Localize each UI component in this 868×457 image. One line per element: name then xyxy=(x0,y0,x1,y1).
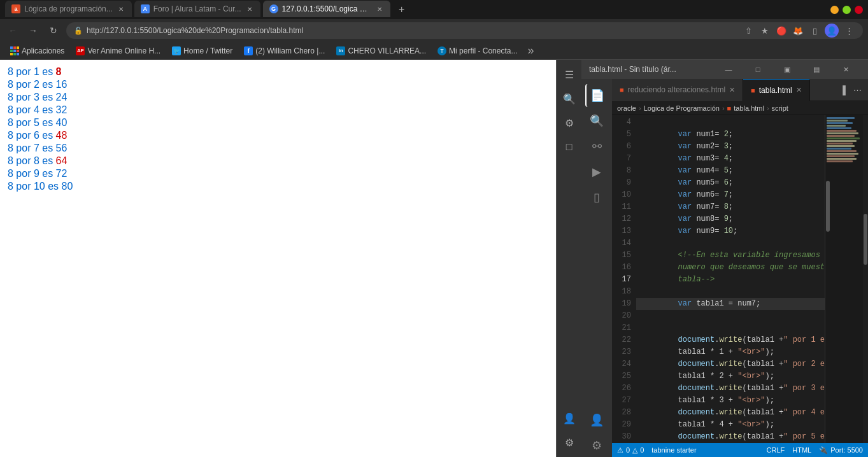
forward-button[interactable]: → xyxy=(25,23,41,38)
extension-icon-orange[interactable]: 🦊 xyxy=(792,24,804,37)
line-7-result: 56 xyxy=(56,143,68,153)
vscode-tab-close-reducing[interactable]: ✕ xyxy=(729,86,735,94)
vscode-tab-close-tabla[interactable]: ✕ xyxy=(796,86,802,94)
account-icon[interactable]: 👤 xyxy=(825,24,839,38)
vscode-layout[interactable]: ▤ xyxy=(802,60,831,79)
share-icon[interactable]: ⇧ xyxy=(742,24,755,37)
bookmark-twitter[interactable]: 🐦 Home / Twitter xyxy=(167,45,238,57)
ln-28: 28 xyxy=(622,407,631,419)
line-4-text: 8 por 4 es xyxy=(8,104,56,115)
zoom-icon[interactable]: 🔍 xyxy=(560,89,579,108)
ln-17: 17 xyxy=(622,274,631,286)
window-minimize[interactable] xyxy=(830,6,839,14)
line-5-result: 40 xyxy=(56,117,68,128)
vscode-close[interactable]: ✕ xyxy=(831,60,860,79)
code-line-9: var num5= 6; xyxy=(636,177,825,189)
status-crlf[interactable]: CRLF xyxy=(767,446,785,454)
extension-puzzle-icon[interactable]: ▯ xyxy=(808,24,821,37)
anime-favicon: AF xyxy=(76,46,85,55)
tab-list: a Lógica de programación... ✕ A Foro | A… xyxy=(5,1,823,18)
code-line-20b: tabla1 * 1 + "<br>"); xyxy=(636,346,825,358)
activity-explorer[interactable]: 📄 xyxy=(585,84,608,107)
code-line-24: document.write(tabla1 +" por 5 es " + xyxy=(636,431,825,443)
tab-close-3[interactable]: ✕ xyxy=(375,4,384,13)
bookmark-profile[interactable]: T Mi perfil - Conecta... xyxy=(432,45,522,57)
vscode-tab-reducing[interactable]: ■ reduciendo alteraciones.html ✕ xyxy=(612,79,743,101)
collections-icon[interactable]: □ xyxy=(560,137,579,157)
line-4: 8 por 4 es 32 xyxy=(8,104,548,116)
code-line-22b: tabla1 * 3 + "<br>"); xyxy=(636,395,825,407)
vscode-minimize[interactable]: — xyxy=(714,60,743,79)
tabnine-label: tabnine starter xyxy=(651,446,696,454)
more-actions-icon[interactable]: ⋯ xyxy=(851,84,864,96)
new-tab-button[interactable]: + xyxy=(393,1,411,18)
activity-git[interactable]: ⚯ xyxy=(585,135,608,158)
activity-search[interactable]: 🔍 xyxy=(585,109,608,132)
minimap-scrollbar[interactable] xyxy=(826,181,830,232)
browser-rendered-page: 8 por 1 es 8 8 por 2 es 16 8 por 3 es 24… xyxy=(0,60,556,457)
language-label: HTML xyxy=(792,446,811,454)
line-8-text: 8 por 8 es xyxy=(8,155,56,166)
error-icon: ⚠ xyxy=(617,446,623,454)
vscode-tabs: ■ reduciendo alteraciones.html ✕ ■ tabla… xyxy=(612,79,868,101)
line-7-text: 8 por 7 es xyxy=(8,143,56,153)
scrollbar[interactable] xyxy=(863,115,868,443)
status-language[interactable]: HTML xyxy=(792,446,811,454)
line-9-text: 8 por 9 es xyxy=(8,168,56,179)
status-port[interactable]: 🔌 Port: 5500 xyxy=(819,446,863,454)
tab-logica[interactable]: a Lógica de programación... ✕ xyxy=(5,1,132,17)
screenshot-icon[interactable]: ⚙ xyxy=(560,113,579,132)
settings-sidebar-icon[interactable]: ⚙ xyxy=(560,433,579,452)
vscode-window: tabla.html - Sin título (ár... — □ ▣ ▤ ✕… xyxy=(581,60,868,457)
status-errors[interactable]: ⚠ 0 △ 0 xyxy=(617,446,644,454)
back-button[interactable]: ← xyxy=(5,23,20,38)
bookmark-star-icon[interactable]: ★ xyxy=(758,24,771,37)
code-line-14 xyxy=(636,237,825,250)
ln-7: 7 xyxy=(627,153,631,165)
tab-favicon-1: a xyxy=(11,4,20,13)
bookmark-twitter-label: Home / Twitter xyxy=(183,46,232,55)
activity-debug[interactable]: ▶ xyxy=(585,160,608,183)
tab-close-1[interactable]: ✕ xyxy=(117,4,125,13)
minimap xyxy=(825,115,863,443)
line-3: 8 por 3 es 24 xyxy=(8,92,548,103)
code-line-6: var num2= 3; xyxy=(636,141,825,153)
window-maximize[interactable] xyxy=(843,6,851,14)
reader-mode-icon[interactable]: ☰ xyxy=(560,65,579,84)
address-bar[interactable]: 🔓 http://127.0.0.1:5500/Logica%20de%20Pr… xyxy=(66,22,863,39)
bookmark-anime[interactable]: AF Ver Anime Online H... xyxy=(71,45,166,57)
activity-account[interactable]: 👤 xyxy=(585,409,608,432)
bc-logica: Logica de Programación xyxy=(644,104,720,112)
vscode-tab-tabla[interactable]: ■ tabla.html ✕ xyxy=(743,79,810,101)
tab-favicon-2: A xyxy=(141,4,150,13)
extension-icon-red[interactable]: 🔴 xyxy=(775,24,788,37)
code-line-21b: tabla1 * 2 + "<br>"); xyxy=(636,370,825,383)
code-area[interactable]: var num1= 2; var num2= 3; var num3= 4; xyxy=(636,115,825,443)
reload-button[interactable]: ↻ xyxy=(46,23,61,38)
ln-13: 13 xyxy=(622,225,631,237)
url-text: http://127.0.0.1:5500/Logica%20de%20Prog… xyxy=(87,26,738,35)
tab-foro[interactable]: A Foro | Alura Latam - Cur... ✕ xyxy=(134,1,260,17)
account-sidebar-icon[interactable]: 👤 xyxy=(560,409,579,428)
bookmark-applications[interactable]: Aplicaciones xyxy=(5,45,69,57)
vscode-restore[interactable]: ▣ xyxy=(772,60,802,79)
tab-localhost[interactable]: G 127.0.0.1:5500/Logica de... ✕ xyxy=(263,1,390,17)
line-1: 8 por 1 es 8 xyxy=(8,66,548,78)
tab-close-2[interactable]: ✕ xyxy=(245,4,254,13)
line-8-result: 64 xyxy=(56,155,68,166)
warning-count: 0 xyxy=(640,446,644,454)
vscode-maximize[interactable]: □ xyxy=(743,60,772,79)
status-tabnine[interactable]: tabnine starter xyxy=(651,446,696,454)
vscode-title-text: tabla.html - Sin título (ár... xyxy=(589,65,676,74)
statusbar-right: CRLF HTML 🔌 Port: 5500 xyxy=(767,446,863,454)
activity-settings[interactable]: ⚙ xyxy=(585,434,608,457)
window-close[interactable] xyxy=(855,6,863,14)
activity-extensions[interactable]: ▯ xyxy=(585,186,608,209)
split-editor-icon[interactable]: ▐ xyxy=(837,84,848,96)
bc-tabla: tabla.html xyxy=(734,104,764,112)
menu-icon[interactable]: ⋮ xyxy=(843,24,855,37)
lock-icon: 🔓 xyxy=(74,27,83,35)
bookmark-linkedin[interactable]: in CHERO VILLARREA... xyxy=(331,45,431,57)
bookmark-facebook[interactable]: f (2) William Chero |... xyxy=(239,45,330,57)
more-bookmarks[interactable]: » xyxy=(523,43,537,59)
